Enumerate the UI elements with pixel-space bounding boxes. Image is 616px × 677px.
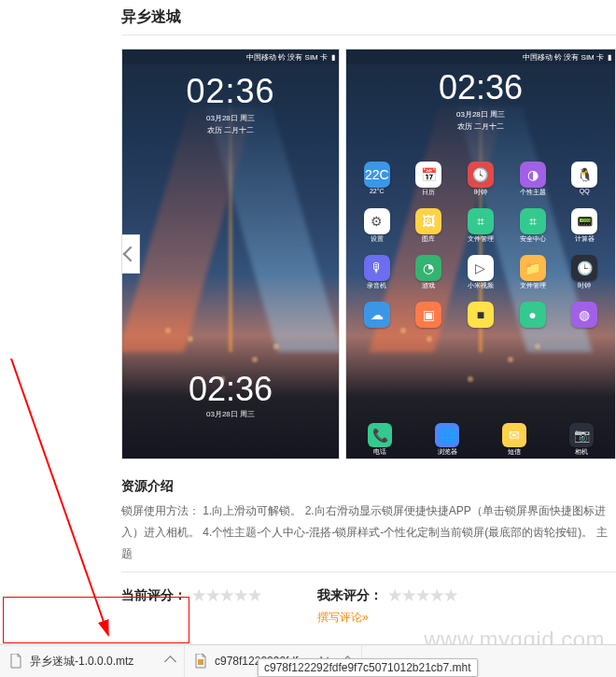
- my-rating-stars[interactable]: ★ ★ ★ ★ ★: [388, 588, 457, 603]
- clock-lunar: 农历 二月十二: [186, 125, 274, 135]
- app-icon: ●: [508, 302, 558, 345]
- download-item-1[interactable]: 异乡迷城-1.0.0.0.mtz: [0, 645, 185, 677]
- app-icon: ▷小米视频: [455, 255, 506, 298]
- gallery-prev-button[interactable]: [121, 234, 140, 274]
- app-icon: 📅日历: [404, 162, 455, 205]
- status-bar: 中国移动 钤 没有 SIM 卡 ▮: [122, 49, 339, 64]
- star-icon: ★: [220, 588, 233, 603]
- divider: [121, 35, 616, 35]
- star-icon[interactable]: ★: [388, 588, 401, 603]
- homescreen-clock: 02:36 03月28日 周三 农历 二月十二: [439, 68, 523, 132]
- app-icon: ☁: [352, 302, 402, 345]
- divider: [121, 571, 616, 572]
- app-icon: ■: [455, 302, 506, 345]
- chevron-left-icon: [123, 247, 139, 262]
- clock-date: 03月28日 周三: [439, 109, 523, 120]
- app-icon: 🌐浏览器: [435, 423, 459, 457]
- app-icon: ◑个性主题: [508, 162, 558, 205]
- star-icon[interactable]: ★: [444, 588, 457, 603]
- clock-time: 02:36: [439, 68, 523, 107]
- app-icon: 📞电话: [368, 423, 392, 457]
- screenshot-gallery: 中国移动 钤 没有 SIM 卡 ▮ 02:36 03月28日 周三 农历 二月十…: [121, 49, 616, 459]
- star-icon: ★: [248, 588, 261, 603]
- star-icon[interactable]: ★: [402, 588, 415, 603]
- resource-intro-text: 锁屏使用方法： 1.向上滑动可解锁。 2.向右滑动显示锁屏便捷快捷APP（单击锁…: [121, 501, 616, 564]
- star-icon: ★: [206, 588, 219, 603]
- screenshot-homescreen: 中国移动 钤 没有 SIM 卡 ▮ 02:36 03月28日 周三 农历 二月十…: [345, 49, 616, 459]
- clock-lunar: 农历 二月十二: [439, 121, 523, 132]
- star-icon[interactable]: ★: [416, 588, 429, 603]
- current-rating-text: 当前评分：: [121, 587, 187, 604]
- status-text: 中国移动 钤 没有 SIM 卡: [246, 52, 328, 63]
- app-icon: 🎙录音机: [352, 255, 402, 298]
- chevron-up-icon[interactable]: [164, 656, 176, 668]
- resource-intro-heading: 资源介绍: [121, 478, 616, 495]
- app-icon: ⌗文件管理: [455, 208, 506, 251]
- current-rating-label: 当前评分： ★ ★ ★ ★ ★: [121, 587, 261, 604]
- homescreen-icon-grid: 22C22°C📅日历🕓时钟◑个性主题🐧QQ⚙设置🖼图库⌗文件管理⌗安全中心📟计算…: [352, 162, 609, 421]
- rating-row: 当前评分： ★ ★ ★ ★ ★ 我来评分： ★ ★ ★: [121, 587, 616, 626]
- app-icon: 🖼图库: [404, 208, 455, 251]
- clock-date: 03月28日 周三: [186, 113, 274, 123]
- download-tooltip: c978f122292fdfe9f7c5071012b21cb7.mht: [258, 658, 478, 677]
- app-icon: 🕓时钟: [455, 162, 506, 205]
- screenshot-lockscreen: 中国移动 钤 没有 SIM 卡 ▮ 02:36 03月28日 周三 农历 二月十…: [121, 49, 340, 459]
- app-icon: 22C22°C: [352, 162, 402, 205]
- current-rating-stars: ★ ★ ★ ★ ★: [192, 588, 261, 603]
- app-icon: 📟计算器: [559, 208, 609, 251]
- app-icon: ▣: [404, 302, 455, 345]
- homescreen-dock: 📞电话🌐浏览器✉短信📷相机: [346, 423, 615, 455]
- star-icon: ★: [192, 588, 205, 603]
- star-icon[interactable]: ★: [430, 588, 443, 603]
- lockscreen-clock-bottom: 02:36 03月28日 周三: [189, 370, 273, 419]
- app-icon: ✉短信: [502, 423, 526, 457]
- file-icon: [194, 654, 207, 669]
- app-icon: ◍: [559, 302, 609, 345]
- app-icon: 🕒时钟: [559, 255, 609, 298]
- lockscreen-clock-top: 02:36 03月28日 周三 农历 二月十二: [186, 72, 274, 135]
- clock-time: 02:36: [186, 72, 274, 111]
- status-text: 中国移动 钤 没有 SIM 卡: [523, 52, 604, 63]
- my-rating-text: 我来评分：: [317, 587, 383, 604]
- app-icon: ⚙设置: [352, 208, 402, 251]
- app-icon: 📁文件管理: [508, 255, 558, 298]
- star-icon: ★: [234, 588, 247, 603]
- page-title: 异乡迷城: [121, 7, 616, 27]
- download-filename: 异乡迷城-1.0.0.0.mtz: [30, 654, 133, 670]
- write-review-link[interactable]: 撰写评论»: [317, 610, 457, 626]
- app-icon: ◔游戏: [404, 255, 455, 298]
- clock-date: 03月28日 周三: [189, 409, 273, 419]
- app-icon: ⌗安全中心: [508, 208, 558, 251]
- status-bar: 中国移动 钤 没有 SIM 卡 ▮: [346, 49, 615, 64]
- file-icon: [9, 654, 22, 669]
- battery-icon: ▮: [331, 53, 335, 62]
- my-rating-label: 我来评分： ★ ★ ★ ★ ★: [317, 587, 457, 604]
- app-icon: 📷相机: [569, 423, 594, 457]
- battery-icon: ▮: [608, 53, 611, 62]
- svg-rect-1: [198, 659, 203, 665]
- clock-time: 02:36: [189, 370, 273, 409]
- app-icon: 🐧QQ: [559, 162, 609, 205]
